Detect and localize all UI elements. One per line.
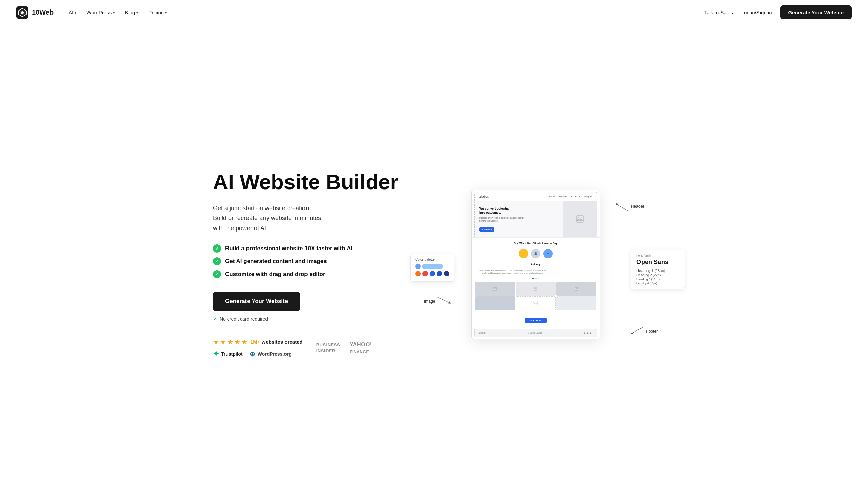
footer-label-group: Footer <box>628 326 658 336</box>
nav-item-blog[interactable]: Blog ▾ <box>121 7 142 18</box>
palette-bar <box>423 265 443 269</box>
mockup-carousel-dots <box>472 278 600 282</box>
palette-color-2 <box>415 271 421 276</box>
svg-point-11 <box>535 302 536 303</box>
mockup-avatar-1: A <box>519 249 528 258</box>
no-credit-card-note: ✓ No credit card required <box>213 316 403 322</box>
mockup-cta-btn: Start Now <box>525 318 547 323</box>
gallery-image-icon-5 <box>533 301 538 306</box>
trustpilot-badge: ✦ Trustpilot <box>213 350 243 358</box>
nav-menu: AI ▾ WordPress ▾ Blog ▾ Pricing ▾ <box>65 7 171 18</box>
hero-features-list: ✓ Build a professional website 10X faste… <box>213 244 403 278</box>
wordpress-icon: ⊕ <box>250 350 255 358</box>
nav-item-wordpress[interactable]: WordPress ▾ <box>82 7 119 18</box>
svg-point-5 <box>494 288 495 288</box>
star-5: ★ <box>241 338 247 346</box>
mockup-dot-1 <box>532 278 534 279</box>
mockup-testimonials: A 👤 B <box>472 249 600 262</box>
font-family-card: Font-family Open Sans Heading 1 (28px) H… <box>631 250 685 289</box>
stars-row: ★ ★ ★ ★ ★ 1M+ websites created <box>213 338 303 346</box>
generate-website-nav-button[interactable]: Generate Your Website <box>780 5 852 19</box>
svg-point-7 <box>535 288 536 288</box>
mockup-gallery-item-2 <box>516 282 556 296</box>
nav-left: 10Web AI ▾ WordPress ▾ Blog ▾ Pricing ▾ <box>16 6 171 19</box>
check-icon-2: ✓ <box>213 257 221 266</box>
font-size-2: Heading 2 (22px) <box>637 273 679 277</box>
header-label-group: Header <box>612 201 644 212</box>
mockup-gallery-item-5 <box>516 296 556 310</box>
palette-color-5 <box>437 271 442 276</box>
palette-color-1 <box>415 264 421 269</box>
palette-color-3 <box>423 271 428 276</box>
gallery-image-icon-3 <box>574 287 579 291</box>
trustpilot-icon: ✦ <box>213 350 219 358</box>
mockup-hero: We convert potentialinto outcomes. Manag… <box>475 201 597 237</box>
mockup-gallery-item-6 <box>556 296 596 310</box>
mockup-dot-3 <box>538 278 539 279</box>
svg-point-1 <box>21 11 24 14</box>
nav-right: Talk to Sales Log in/Sign in Generate Yo… <box>704 5 852 19</box>
mockup-social-icons: ▶ ▶ ▶ <box>584 331 592 334</box>
mockup-nav-links: Home Services About us Insights <box>549 195 592 198</box>
media-logos: BUSINESSINSIDER YAHOO!FINANCE <box>316 341 372 355</box>
check-icon-3: ✓ <box>213 270 221 278</box>
header-label: Header <box>631 204 644 209</box>
check-icon-1: ✓ <box>213 244 221 253</box>
mockup-social-icon-2: ▶ <box>587 331 589 334</box>
mockup-navbar: zibber. Home Services About us Insights <box>475 192 597 201</box>
svg-point-9 <box>575 288 576 288</box>
mockup-testimonial-text: The AI builder is so easy to use and cus… <box>472 267 553 278</box>
mockup-author: Anthony <box>472 262 600 267</box>
footer-label: Footer <box>646 329 658 333</box>
nav-item-ai[interactable]: AI ▾ <box>65 7 80 18</box>
rating-block: ★ ★ ★ ★ ★ 1M+ websites created ✦ Trustpi… <box>213 338 303 358</box>
illustration-wrapper: Color palette zibber. <box>431 189 641 339</box>
trust-badges: ✦ Trustpilot ⊕ WordPress.org <box>213 350 303 358</box>
logo[interactable]: 10Web <box>16 6 54 19</box>
mockup-gallery-item-3 <box>556 282 596 296</box>
check-icon-nocc: ✓ <box>213 316 217 322</box>
hero-illustration: Color palette zibber. <box>416 176 655 353</box>
mockup-hero-heading: We convert potentialinto outcomes. <box>480 207 558 215</box>
hero-section: AI Website Builder Get a jumpstart on we… <box>197 25 671 497</box>
mockup-header-section: zibber. Home Services About us Insights … <box>474 192 597 237</box>
font-size-1: Heading 1 (28px) <box>637 269 679 273</box>
logo-icon <box>16 6 28 19</box>
hero-title: AI Website Builder <box>213 171 403 194</box>
svg-point-3 <box>578 217 579 218</box>
mockup-gallery-item-4 <box>475 296 515 310</box>
footer-arrow <box>628 326 644 336</box>
feature-item-3: ✓ Customize with drag and drop editor <box>213 270 403 278</box>
chevron-down-icon: ▾ <box>113 11 115 15</box>
mockup-avatar-2: 👤 <box>531 249 540 258</box>
gallery-image-icon-2 <box>534 287 538 291</box>
star-1: ★ <box>213 338 219 346</box>
navbar: 10Web AI ▾ WordPress ▾ Blog ▾ Pricing ▾ … <box>0 0 868 25</box>
mockup-gallery <box>472 282 600 313</box>
header-arrow <box>612 201 629 212</box>
login-link[interactable]: Log in/Sign in <box>741 10 772 15</box>
mockup-hero-text: We convert potentialinto outcomes. Manag… <box>475 201 563 237</box>
font-size-3: Heading 3 (18px) <box>637 278 679 281</box>
gallery-image-icon-1 <box>493 287 497 291</box>
star-rating: ★ ★ ★ ★ ★ <box>213 338 247 346</box>
talk-to-sales-link[interactable]: Talk to Sales <box>704 10 733 15</box>
star-4: ★ <box>234 338 240 346</box>
nav-item-pricing[interactable]: Pricing ▾ <box>144 7 171 18</box>
hero-left: AI Website Builder Get a jumpstart on we… <box>213 171 403 358</box>
font-sizes-list: Heading 1 (28px) Heading 2 (22px) Headin… <box>637 269 679 285</box>
mockup-hero-sub: Manage every kind of content in a collec… <box>480 216 558 223</box>
image-label-group: Image <box>424 296 453 307</box>
palette-label: Color palette <box>415 258 449 261</box>
font-family-label: Font-family <box>637 254 679 257</box>
palette-colors-row <box>415 271 449 276</box>
palette-bar-row <box>415 264 449 269</box>
generate-website-hero-button[interactable]: Generate Your Website <box>213 292 300 311</box>
mockup-hero-image <box>563 201 597 237</box>
svg-rect-6 <box>534 287 537 290</box>
svg-rect-4 <box>493 287 497 290</box>
palette-color-6 <box>444 271 449 276</box>
feature-item-1: ✓ Build a professional website 10X faste… <box>213 244 403 253</box>
feature-item-2: ✓ Get AI generated content and images <box>213 257 403 266</box>
mockup-hero-btn: Start Now <box>480 227 494 231</box>
